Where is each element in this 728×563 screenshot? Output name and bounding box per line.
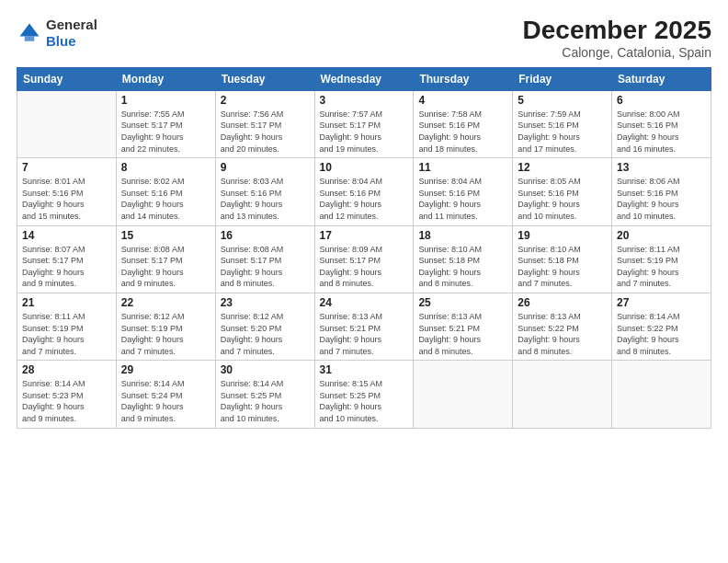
day-info: Sunrise: 7:58 AM Sunset: 5:16 PM Dayligh… (418, 109, 507, 155)
calendar-cell (513, 361, 612, 428)
day-number: 26 (518, 296, 607, 309)
logo-blue-text: Blue (46, 33, 76, 49)
day-number: 27 (617, 296, 706, 309)
day-number: 1 (121, 94, 210, 107)
calendar-week-row: 21Sunrise: 8:11 AM Sunset: 5:19 PM Dayli… (17, 293, 711, 360)
calendar-header-saturday: Saturday (612, 67, 711, 90)
calendar-cell: 1Sunrise: 7:55 AM Sunset: 5:17 PM Daylig… (116, 90, 215, 157)
day-info: Sunrise: 8:14 AM Sunset: 5:22 PM Dayligh… (617, 311, 706, 357)
calendar-cell: 7Sunrise: 8:01 AM Sunset: 5:16 PM Daylig… (17, 158, 117, 225)
logo-general-text: General (46, 17, 97, 32)
day-number: 25 (418, 296, 507, 309)
day-number: 2 (221, 94, 310, 107)
calendar-cell: 9Sunrise: 8:03 AM Sunset: 5:16 PM Daylig… (215, 158, 314, 225)
calendar-header-sunday: Sunday (17, 67, 117, 90)
day-number: 4 (418, 94, 507, 107)
day-info: Sunrise: 8:07 AM Sunset: 5:17 PM Dayligh… (22, 244, 111, 290)
svg-marker-0 (20, 24, 40, 37)
calendar-cell: 6Sunrise: 8:00 AM Sunset: 5:16 PM Daylig… (612, 90, 711, 157)
calendar-cell (414, 361, 513, 428)
day-info: Sunrise: 7:55 AM Sunset: 5:17 PM Dayligh… (121, 109, 210, 155)
day-info: Sunrise: 8:12 AM Sunset: 5:19 PM Dayligh… (121, 311, 210, 357)
calendar-cell: 16Sunrise: 8:08 AM Sunset: 5:17 PM Dayli… (215, 225, 314, 293)
day-info: Sunrise: 8:00 AM Sunset: 5:16 PM Dayligh… (617, 109, 706, 155)
calendar-cell: 4Sunrise: 7:58 AM Sunset: 5:16 PM Daylig… (414, 90, 513, 157)
calendar-cell: 21Sunrise: 8:11 AM Sunset: 5:19 PM Dayli… (17, 293, 117, 360)
calendar-header-friday: Friday (513, 67, 612, 90)
logo: General Blue (17, 17, 97, 50)
calendar-week-row: 1Sunrise: 7:55 AM Sunset: 5:17 PM Daylig… (17, 90, 711, 157)
day-info: Sunrise: 8:09 AM Sunset: 5:17 PM Dayligh… (320, 244, 409, 290)
day-number: 8 (121, 161, 210, 174)
day-info: Sunrise: 8:13 AM Sunset: 5:22 PM Dayligh… (518, 311, 607, 357)
day-info: Sunrise: 8:11 AM Sunset: 5:19 PM Dayligh… (617, 244, 706, 290)
calendar-cell: 10Sunrise: 8:04 AM Sunset: 5:16 PM Dayli… (314, 158, 414, 225)
day-info: Sunrise: 8:14 AM Sunset: 5:24 PM Dayligh… (121, 378, 210, 424)
calendar-header-wednesday: Wednesday (314, 67, 414, 90)
day-number: 3 (320, 94, 409, 107)
day-number: 29 (121, 363, 210, 376)
day-number: 22 (121, 296, 210, 309)
day-info: Sunrise: 8:15 AM Sunset: 5:25 PM Dayligh… (320, 378, 409, 424)
calendar-header-thursday: Thursday (414, 67, 513, 90)
day-info: Sunrise: 8:04 AM Sunset: 5:16 PM Dayligh… (320, 176, 409, 222)
calendar-cell: 26Sunrise: 8:13 AM Sunset: 5:22 PM Dayli… (513, 293, 612, 360)
calendar-cell (612, 361, 711, 428)
calendar-cell: 25Sunrise: 8:13 AM Sunset: 5:21 PM Dayli… (414, 293, 513, 360)
day-number: 17 (320, 229, 409, 242)
header: General Blue December 2025 Calonge, Cata… (17, 17, 711, 60)
day-number: 7 (22, 161, 111, 174)
day-info: Sunrise: 8:13 AM Sunset: 5:21 PM Dayligh… (418, 311, 507, 357)
day-number: 13 (617, 161, 706, 174)
calendar-cell: 29Sunrise: 8:14 AM Sunset: 5:24 PM Dayli… (116, 361, 215, 428)
day-number: 30 (221, 363, 310, 376)
title-block: December 2025 Calonge, Catalonia, Spain (523, 17, 711, 60)
location: Calonge, Catalonia, Spain (523, 45, 711, 60)
page: General Blue December 2025 Calonge, Cata… (0, 0, 728, 563)
day-number: 18 (418, 229, 507, 242)
day-info: Sunrise: 8:12 AM Sunset: 5:20 PM Dayligh… (221, 311, 310, 357)
day-number: 14 (22, 229, 111, 242)
day-number: 12 (518, 161, 607, 174)
calendar-cell: 2Sunrise: 7:56 AM Sunset: 5:17 PM Daylig… (215, 90, 314, 157)
day-number: 21 (22, 296, 111, 309)
calendar-header-tuesday: Tuesday (215, 67, 314, 90)
day-info: Sunrise: 8:04 AM Sunset: 5:16 PM Dayligh… (418, 176, 507, 222)
day-info: Sunrise: 8:13 AM Sunset: 5:21 PM Dayligh… (320, 311, 409, 357)
day-info: Sunrise: 8:02 AM Sunset: 5:16 PM Dayligh… (121, 176, 210, 222)
day-info: Sunrise: 7:56 AM Sunset: 5:17 PM Dayligh… (221, 109, 310, 155)
calendar: SundayMondayTuesdayWednesdayThursdayFrid… (17, 67, 711, 429)
svg-rect-1 (25, 37, 35, 41)
day-number: 6 (617, 94, 706, 107)
day-info: Sunrise: 8:08 AM Sunset: 5:17 PM Dayligh… (221, 244, 310, 290)
calendar-header-row: SundayMondayTuesdayWednesdayThursdayFrid… (17, 67, 711, 90)
calendar-cell: 14Sunrise: 8:07 AM Sunset: 5:17 PM Dayli… (17, 225, 117, 293)
calendar-cell (17, 90, 117, 157)
day-number: 24 (320, 296, 409, 309)
day-number: 15 (121, 229, 210, 242)
calendar-cell: 8Sunrise: 8:02 AM Sunset: 5:16 PM Daylig… (116, 158, 215, 225)
day-info: Sunrise: 8:14 AM Sunset: 5:25 PM Dayligh… (221, 378, 310, 424)
day-info: Sunrise: 8:01 AM Sunset: 5:16 PM Dayligh… (22, 176, 111, 222)
day-number: 31 (320, 363, 409, 376)
calendar-cell: 15Sunrise: 8:08 AM Sunset: 5:17 PM Dayli… (116, 225, 215, 293)
day-number: 10 (320, 161, 409, 174)
day-info: Sunrise: 7:57 AM Sunset: 5:17 PM Dayligh… (320, 109, 409, 155)
calendar-week-row: 28Sunrise: 8:14 AM Sunset: 5:23 PM Dayli… (17, 361, 711, 428)
day-info: Sunrise: 8:11 AM Sunset: 5:19 PM Dayligh… (22, 311, 111, 357)
day-number: 20 (617, 229, 706, 242)
calendar-cell: 18Sunrise: 8:10 AM Sunset: 5:18 PM Dayli… (414, 225, 513, 293)
calendar-cell: 27Sunrise: 8:14 AM Sunset: 5:22 PM Dayli… (612, 293, 711, 360)
calendar-cell: 20Sunrise: 8:11 AM Sunset: 5:19 PM Dayli… (612, 225, 711, 293)
day-number: 9 (221, 161, 310, 174)
day-number: 23 (221, 296, 310, 309)
day-info: Sunrise: 8:06 AM Sunset: 5:16 PM Dayligh… (617, 176, 706, 222)
calendar-cell: 11Sunrise: 8:04 AM Sunset: 5:16 PM Dayli… (414, 158, 513, 225)
day-info: Sunrise: 7:59 AM Sunset: 5:16 PM Dayligh… (518, 109, 607, 155)
calendar-cell: 19Sunrise: 8:10 AM Sunset: 5:18 PM Dayli… (513, 225, 612, 293)
day-info: Sunrise: 8:05 AM Sunset: 5:16 PM Dayligh… (518, 176, 607, 222)
calendar-cell: 5Sunrise: 7:59 AM Sunset: 5:16 PM Daylig… (513, 90, 612, 157)
calendar-cell: 31Sunrise: 8:15 AM Sunset: 5:25 PM Dayli… (314, 361, 414, 428)
day-number: 11 (418, 161, 507, 174)
day-info: Sunrise: 8:10 AM Sunset: 5:18 PM Dayligh… (418, 244, 507, 290)
